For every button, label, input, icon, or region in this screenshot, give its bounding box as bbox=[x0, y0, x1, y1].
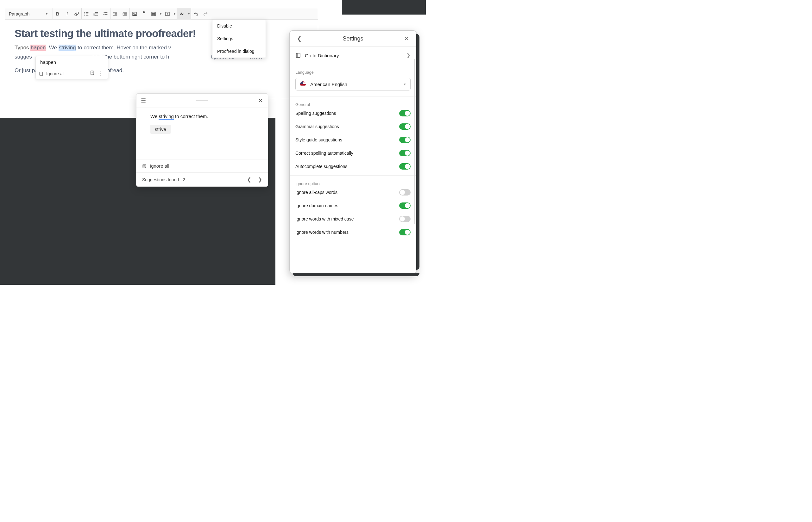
editor: Paragraph ▾ B I 123 bbox=[5, 8, 318, 99]
image-icon bbox=[132, 12, 137, 17]
general-option-row: Spelling suggestions bbox=[295, 110, 411, 116]
media-button[interactable] bbox=[163, 8, 172, 20]
svg-text:A: A bbox=[180, 12, 183, 16]
ignore-all-button[interactable]: Ignore all bbox=[39, 71, 88, 76]
decor-block bbox=[342, 0, 426, 15]
chevron-right-icon: ❯ bbox=[406, 53, 411, 58]
language-select[interactable]: American English ▾ bbox=[295, 78, 411, 91]
go-to-dictionary-button[interactable]: Go to Dictionary ❯ bbox=[295, 53, 411, 58]
dictionary-icon bbox=[295, 53, 301, 58]
numbered-list-button[interactable]: 123 bbox=[91, 8, 101, 20]
add-to-dictionary-button[interactable] bbox=[88, 70, 97, 77]
indent-icon bbox=[122, 12, 127, 17]
settings-panel: ❮ Settings ✕ Go to Dictionary ❯ Language… bbox=[289, 31, 417, 273]
undo-icon bbox=[193, 12, 198, 17]
menu-item-proofread-dialog[interactable]: Proofread in dialog bbox=[212, 45, 266, 58]
list-check-icon bbox=[103, 12, 108, 17]
suggestion-option[interactable]: happen bbox=[36, 56, 108, 68]
ignore-option-label: Ignore words with numbers bbox=[295, 230, 349, 235]
proofread-a-icon: A bbox=[179, 12, 184, 17]
proofread-dropdown: Disable Settings Proofread in dialog bbox=[212, 19, 266, 58]
general-option-toggle[interactable] bbox=[399, 110, 411, 116]
ignore-icon bbox=[142, 164, 147, 168]
menu-icon[interactable]: ☰ bbox=[141, 97, 146, 104]
svg-point-1 bbox=[84, 14, 85, 14]
bulleted-list-button[interactable] bbox=[82, 8, 91, 20]
blockquote-button[interactable]: “ bbox=[139, 8, 149, 20]
play-box-icon bbox=[165, 12, 170, 17]
proofread-dialog: ☰ ✕ We striving to correct them. strive … bbox=[136, 93, 268, 187]
close-icon[interactable]: ✕ bbox=[258, 97, 264, 104]
general-option-label: Style guide suggestions bbox=[295, 137, 342, 142]
back-button[interactable]: ❮ bbox=[295, 35, 303, 42]
link-button[interactable] bbox=[72, 8, 81, 20]
undo-button[interactable] bbox=[191, 8, 201, 20]
general-option-row: Correct spelling automatically bbox=[295, 150, 411, 156]
next-suggestion-button[interactable]: ❯ bbox=[258, 177, 262, 183]
toolbar: Paragraph ▾ B I 123 bbox=[5, 8, 318, 20]
outdent-button[interactable] bbox=[111, 8, 120, 20]
svg-rect-8 bbox=[152, 12, 155, 16]
ignore-option-toggle[interactable] bbox=[399, 189, 411, 196]
general-option-toggle[interactable] bbox=[399, 137, 411, 143]
inline-suggestion-card: happen Ignore all ⋮ bbox=[36, 56, 108, 79]
redo-button[interactable] bbox=[201, 8, 210, 20]
dictionary-icon bbox=[90, 70, 95, 75]
flag-us-icon bbox=[300, 81, 306, 87]
more-options-button[interactable]: ⋮ bbox=[97, 70, 105, 77]
checklist-button[interactable] bbox=[101, 8, 110, 20]
block-format-label: Paragraph bbox=[9, 12, 30, 17]
ignore-option-toggle[interactable] bbox=[399, 229, 411, 235]
close-icon[interactable]: ✕ bbox=[403, 35, 411, 42]
general-option-toggle[interactable] bbox=[399, 150, 411, 156]
general-option-toggle[interactable] bbox=[399, 163, 411, 169]
general-option-row: Style guide suggestions bbox=[295, 137, 411, 143]
general-option-row: Autocomplete suggestions bbox=[295, 163, 411, 169]
indent-button[interactable] bbox=[120, 8, 130, 20]
ignore-option-row: Ignore domain names bbox=[295, 202, 411, 209]
ignore-icon bbox=[39, 71, 44, 76]
general-option-label: Correct spelling automatically bbox=[295, 150, 353, 156]
ignore-option-label: Ignore words with mixed case bbox=[295, 216, 354, 221]
suggestion-chip[interactable]: strive bbox=[150, 125, 171, 134]
drag-handle[interactable] bbox=[196, 100, 208, 101]
settings-header: ❮ Settings ✕ bbox=[290, 31, 416, 47]
general-option-label: Grammar suggestions bbox=[295, 124, 339, 129]
ignore-option-toggle[interactable] bbox=[399, 216, 411, 222]
ignore-all-button[interactable]: Ignore all bbox=[136, 159, 268, 173]
ignore-option-row: Ignore words with mixed case bbox=[295, 216, 411, 222]
dialog-body: We striving to correct them. strive bbox=[136, 108, 268, 159]
context-sentence: We striving to correct them. bbox=[150, 114, 254, 119]
table-icon bbox=[151, 12, 156, 17]
grammar-marker[interactable]: striving bbox=[59, 45, 76, 51]
proofread-button[interactable]: A bbox=[177, 8, 187, 20]
list-number-icon: 123 bbox=[93, 12, 98, 17]
menu-item-settings[interactable]: Settings bbox=[212, 32, 266, 45]
misspelling-marker[interactable]: hapen bbox=[31, 45, 46, 51]
table-button[interactable] bbox=[149, 8, 158, 20]
chevron-down-icon: ▾ bbox=[44, 12, 49, 16]
general-option-label: Autocomplete suggestions bbox=[295, 164, 347, 169]
chevron-down-icon[interactable]: ▾ bbox=[187, 8, 191, 20]
scrollbar[interactable] bbox=[414, 59, 415, 224]
italic-button[interactable]: I bbox=[62, 8, 72, 20]
ignore-option-toggle[interactable] bbox=[399, 202, 411, 209]
dialog-header[interactable]: ☰ ✕ bbox=[136, 94, 268, 108]
chevron-down-icon[interactable]: ▾ bbox=[172, 12, 177, 16]
image-button[interactable] bbox=[130, 8, 139, 20]
settings-title: Settings bbox=[343, 36, 363, 42]
general-option-toggle[interactable] bbox=[399, 123, 411, 130]
block-format-select[interactable]: Paragraph ▾ bbox=[5, 8, 53, 20]
prev-suggestion-button[interactable]: ❮ bbox=[247, 177, 251, 183]
svg-point-2 bbox=[84, 15, 85, 16]
link-icon bbox=[74, 12, 79, 17]
list-bullet-icon bbox=[84, 12, 89, 17]
chevron-down-icon[interactable]: ▾ bbox=[158, 12, 163, 16]
outdent-icon bbox=[113, 12, 118, 17]
bold-button[interactable]: B bbox=[53, 8, 62, 20]
section-label-language: Language bbox=[295, 70, 411, 75]
svg-point-7 bbox=[134, 13, 135, 14]
ignore-option-row: Ignore all-caps words bbox=[295, 189, 411, 196]
menu-item-disable[interactable]: Disable bbox=[212, 20, 266, 32]
general-option-row: Grammar suggestions bbox=[295, 123, 411, 130]
